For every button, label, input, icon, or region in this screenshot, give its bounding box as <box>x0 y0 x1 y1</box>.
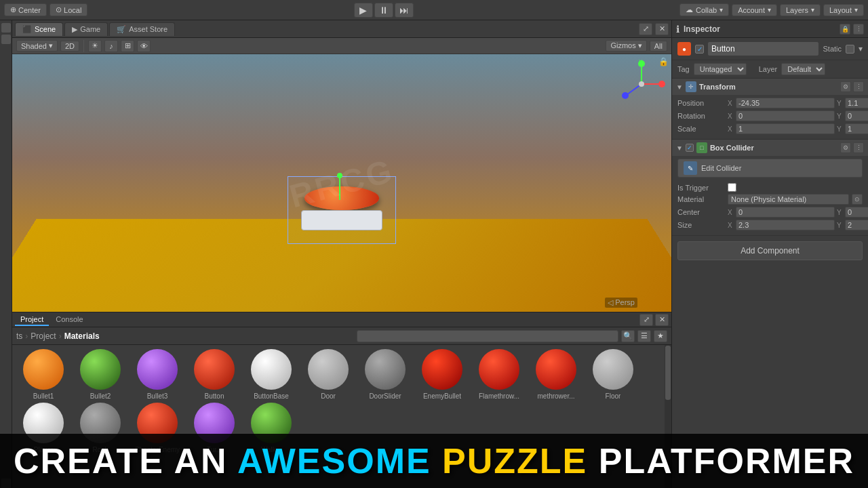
material-label: Bullet3 <box>147 392 168 400</box>
close-scene-button[interactable]: ✕ <box>655 23 669 35</box>
add-component-button[interactable]: Add Component <box>677 241 863 260</box>
breadcrumb-item-ts[interactable]: ts <box>16 331 22 341</box>
center-y-input[interactable] <box>845 207 868 218</box>
gizmos-dropdown[interactable]: Gizmos ▾ <box>606 40 646 52</box>
step-button[interactable]: ⏭ <box>395 3 414 18</box>
tag-select[interactable]: Untagged <box>694 63 747 75</box>
pos-y-input[interactable] <box>845 98 868 108</box>
tab-asset-store[interactable]: 🛒 Asset Store <box>109 22 175 36</box>
rotation-row: Rotation X Y Z <box>677 110 863 121</box>
transform-more-btn[interactable]: ⋮ <box>853 81 864 92</box>
2d-toggle[interactable]: 2D <box>60 41 79 52</box>
local-icon: ⊙ <box>56 5 62 14</box>
size-y-input[interactable] <box>845 220 868 230</box>
scale-x-input[interactable] <box>736 123 835 134</box>
scene-toolbar: Shaded ▾ 2D ☀ ♪ ⊞ 👁 Gizmos ▾ All <box>12 38 671 54</box>
filter-btn[interactable]: ☰ <box>637 330 651 342</box>
transform-expand-icon: ▼ <box>676 83 683 91</box>
material-label: Door <box>321 392 336 400</box>
add-component-label: Add Component <box>741 246 800 256</box>
hidden-icon[interactable]: 👁 <box>137 40 151 52</box>
effects-icon[interactable]: ⊞ <box>121 40 134 52</box>
material-label: Bullet1 <box>33 392 54 400</box>
material-item-door[interactable]: Door <box>301 349 355 400</box>
static-checkbox[interactable] <box>846 45 854 54</box>
material-item-enemybullet[interactable]: EnemyBullet <box>415 349 469 400</box>
layout-button[interactable]: Layout <box>823 4 864 16</box>
hierarchy-icon[interactable] <box>1 23 11 33</box>
collab-button[interactable]: ☁ Collab <box>679 3 729 16</box>
tab-console[interactable]: Console <box>50 314 88 326</box>
size-x-input[interactable] <box>736 220 835 230</box>
layers-button[interactable]: Layers <box>780 4 821 16</box>
dropdown-arrow: ▾ <box>49 41 53 50</box>
material-item-floor[interactable]: Floor <box>586 349 640 400</box>
local-button[interactable]: ⊙ Local <box>50 3 87 16</box>
box-collider-settings-btn[interactable]: ⚙ <box>840 142 851 153</box>
object-name-input[interactable] <box>708 42 818 56</box>
rot-x-input[interactable] <box>736 110 835 121</box>
box-collider-more-btn[interactable]: ⋮ <box>853 142 864 153</box>
panel-close-btn[interactable]: ✕ <box>655 314 669 326</box>
material-item-doorslider[interactable]: DoorSlider <box>358 349 412 400</box>
material-sphere <box>536 349 576 390</box>
rotation-xyz: X Y Z <box>728 110 868 121</box>
scale-y-input[interactable] <box>845 123 868 134</box>
scene-viewport[interactable]: Y X Z <box>12 54 671 312</box>
viewport-lock-icon[interactable]: 🔒 <box>658 57 669 66</box>
layer-select[interactable]: Default <box>781 63 825 75</box>
lighting-icon[interactable]: ☀ <box>88 40 102 52</box>
material-item-flamethrower[interactable]: Flamethrow... <box>472 349 526 400</box>
object-type-icon: ● <box>677 42 691 56</box>
collider-material-input[interactable] <box>728 194 849 205</box>
is-trigger-checkbox[interactable] <box>728 183 736 192</box>
box-collider-header[interactable]: ▼ ✓ □ Box Collider ⚙ ⋮ <box>672 140 868 156</box>
transform-settings: ⚙ ⋮ <box>840 81 864 92</box>
all-dropdown[interactable]: All <box>650 41 667 52</box>
edit-collider-button[interactable]: ✎ Edit Collider <box>677 159 863 178</box>
asset-search-input[interactable] <box>357 330 618 342</box>
material-item-bullet2[interactable]: Bullet2 <box>73 349 127 400</box>
material-item-methrower[interactable]: methrower... <box>529 349 583 400</box>
search-icon[interactable]: 🔍 <box>621 330 635 342</box>
shaded-dropdown[interactable]: Shaded ▾ <box>16 40 58 52</box>
account-button[interactable]: Account <box>732 4 777 16</box>
pos-x-input[interactable] <box>736 98 835 108</box>
rot-y-input[interactable] <box>845 110 868 121</box>
material-item-bullet1[interactable]: Bullet1 <box>16 349 71 400</box>
center-x-input[interactable] <box>736 207 835 218</box>
project-icon[interactable] <box>1 35 11 44</box>
scroll-thumb[interactable] <box>665 346 671 400</box>
star-btn[interactable]: ★ <box>654 330 667 342</box>
tab-game[interactable]: ▶ Game <box>64 22 108 36</box>
inspector-lock-btn[interactable]: 🔒 <box>840 24 850 35</box>
audio-icon[interactable]: ♪ <box>104 40 118 52</box>
transform-y-handle[interactable] <box>339 173 340 200</box>
transform-header[interactable]: ▼ ✛ Transform ⚙ ⋮ <box>672 79 868 95</box>
tab-project[interactable]: Project <box>15 314 49 326</box>
static-dropdown-btn[interactable]: ▾ <box>859 44 863 54</box>
transform-title: Transform <box>699 83 837 91</box>
breadcrumb-item-materials[interactable]: Materials <box>64 331 100 341</box>
transform-component: ▼ ✛ Transform ⚙ ⋮ Position X <box>672 79 868 140</box>
inspector-menu-btn[interactable]: ⋮ <box>853 24 864 35</box>
selection-wireframe <box>288 176 396 244</box>
material-item-button[interactable]: Button <box>187 349 241 400</box>
maximize-button[interactable]: ⤢ <box>639 23 652 35</box>
center-button[interactable]: ⊕ Center <box>4 3 47 16</box>
material-item-bullet3[interactable]: Bullet3 <box>130 349 184 400</box>
svg-text:Y: Y <box>639 60 643 64</box>
transform-settings-btn[interactable]: ⚙ <box>840 81 851 92</box>
asset-store-icon: 🛒 <box>117 25 126 34</box>
object-active-checkbox[interactable] <box>695 45 704 54</box>
object-header: ● Static ▾ <box>672 38 868 60</box>
material-item-buttonbase[interactable]: ButtonBase <box>244 349 298 400</box>
box-collider-enable-checkbox[interactable]: ✓ <box>686 144 694 152</box>
pause-button[interactable]: ⏸ <box>374 3 393 18</box>
scene-gizmo[interactable]: Y X Z <box>617 60 666 108</box>
material-picker-btn[interactable]: ⊙ <box>852 194 863 205</box>
panel-maximize-btn[interactable]: ⤢ <box>639 314 653 326</box>
play-button[interactable]: ▶ <box>354 3 373 18</box>
tab-scene[interactable]: ⬛ Scene <box>15 22 63 36</box>
breadcrumb-item-project[interactable]: Project <box>31 331 56 341</box>
